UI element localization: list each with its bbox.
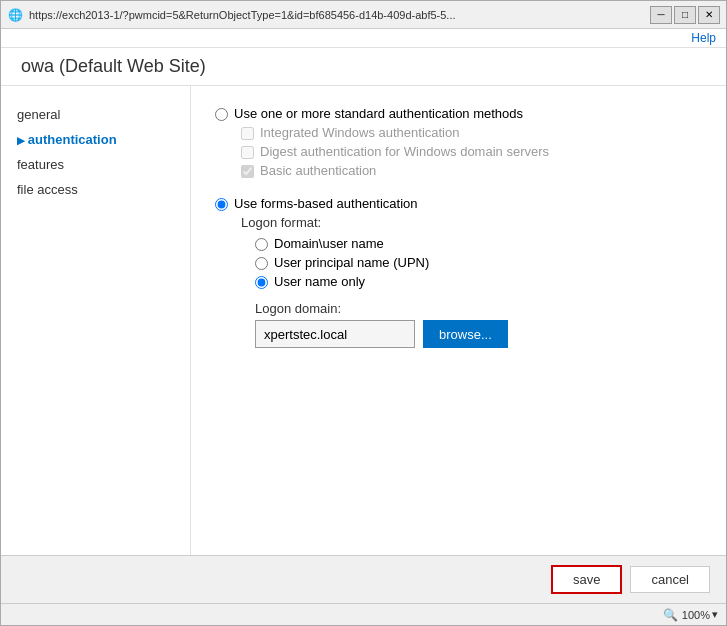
sidebar-item-features[interactable]: features — [1, 152, 190, 177]
standard-auth-options: Integrated Windows authentication Digest… — [241, 125, 702, 178]
page-title: owa (Default Web Site) — [21, 56, 706, 77]
cancel-button[interactable]: cancel — [630, 566, 710, 593]
standard-auth-radio[interactable] — [215, 108, 228, 121]
digest-auth-checkbox[interactable] — [241, 146, 254, 159]
restore-button[interactable]: □ — [674, 6, 696, 24]
logon-format-options: Domain\user name User principal name (UP… — [255, 236, 702, 289]
forms-auth-section: Use forms-based authentication Logon for… — [215, 196, 702, 348]
forms-auth-radio[interactable] — [215, 198, 228, 211]
page-title-bar: owa (Default Web Site) — [1, 48, 726, 86]
digest-auth-row: Digest authentication for Windows domain… — [241, 144, 702, 159]
standard-auth-label: Use one or more standard authentication … — [234, 106, 523, 121]
domain-user-label: Domain\user name — [274, 236, 384, 251]
domain-user-radio[interactable] — [255, 238, 268, 251]
logon-format-label: Logon format: — [241, 215, 702, 230]
zoom-area: 🔍 100% ▾ — [663, 608, 718, 622]
upn-radio[interactable] — [255, 257, 268, 270]
help-bar: Help — [1, 29, 726, 48]
user-name-only-label: User name only — [274, 274, 365, 289]
url-bar[interactable]: https://exch2013-1/?pwmcid=5&ReturnObjec… — [29, 9, 650, 21]
zoom-level: 100% — [682, 609, 710, 621]
title-bar: 🌐 https://exch2013-1/?pwmcid=5&ReturnObj… — [1, 1, 726, 29]
sidebar-item-authentication[interactable]: authentication — [1, 127, 190, 152]
zoom-dropdown[interactable]: 100% ▾ — [682, 608, 718, 621]
domain-input-row: browse... — [255, 320, 702, 348]
user-name-only-row: User name only — [255, 274, 702, 289]
sidebar-item-file-access[interactable]: file access — [1, 177, 190, 202]
footer: save cancel — [1, 555, 726, 603]
window-controls: ─ □ ✕ — [650, 6, 720, 24]
upn-row: User principal name (UPN) — [255, 255, 702, 270]
browser-icon: 🌐 — [7, 7, 23, 23]
basic-auth-checkbox[interactable] — [241, 165, 254, 178]
status-bar: 🔍 100% ▾ — [1, 603, 726, 625]
integrated-windows-row: Integrated Windows authentication — [241, 125, 702, 140]
digest-auth-label: Digest authentication for Windows domain… — [260, 144, 549, 159]
close-button[interactable]: ✕ — [698, 6, 720, 24]
basic-auth-label: Basic authentication — [260, 163, 376, 178]
forms-auth-row: Use forms-based authentication — [215, 196, 702, 211]
logon-domain-input[interactable] — [255, 320, 415, 348]
integrated-windows-label: Integrated Windows authentication — [260, 125, 459, 140]
user-name-only-radio[interactable] — [255, 276, 268, 289]
main-window: 🌐 https://exch2013-1/?pwmcid=5&ReturnObj… — [0, 0, 727, 626]
logon-domain-section: Logon domain: browse... — [255, 301, 702, 348]
basic-auth-row: Basic authentication — [241, 163, 702, 178]
browse-button[interactable]: browse... — [423, 320, 508, 348]
save-button[interactable]: save — [551, 565, 622, 594]
upn-label: User principal name (UPN) — [274, 255, 429, 270]
integrated-windows-checkbox[interactable] — [241, 127, 254, 140]
zoom-arrow: ▾ — [712, 608, 718, 621]
sidebar: general authentication features file acc… — [1, 86, 191, 555]
minimize-button[interactable]: ─ — [650, 6, 672, 24]
zoom-icon: 🔍 — [663, 608, 678, 622]
domain-user-row: Domain\user name — [255, 236, 702, 251]
logon-domain-label: Logon domain: — [255, 301, 702, 316]
forms-auth-label: Use forms-based authentication — [234, 196, 418, 211]
help-link[interactable]: Help — [691, 31, 716, 45]
content-area: general authentication features file acc… — [1, 86, 726, 555]
main-panel: Use one or more standard authentication … — [191, 86, 726, 555]
sidebar-item-general[interactable]: general — [1, 102, 190, 127]
standard-auth-row: Use one or more standard authentication … — [215, 106, 702, 121]
standard-auth-group: Use one or more standard authentication … — [215, 106, 702, 178]
